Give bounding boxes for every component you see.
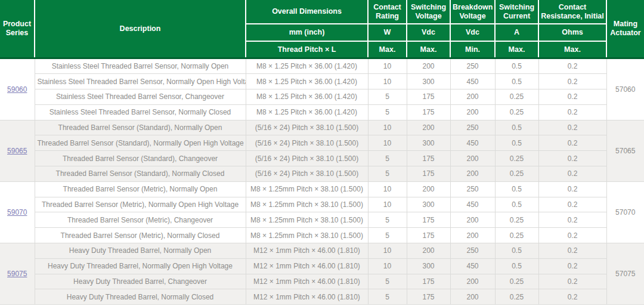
mating-actuator-cell: 57060	[606, 58, 644, 120]
switching-current-cell: 0.5	[495, 120, 538, 135]
breakdown-voltage-cell: 450	[450, 258, 495, 274]
switching-current-cell: 0.25	[495, 151, 538, 166]
breakdown-voltage-cell: 200	[450, 104, 495, 120]
product-series-cell: 59065	[0, 120, 35, 181]
table-row: Stainless Steel Threaded Barrel Sensor, …	[0, 89, 644, 105]
dimensions-cell: M12 × 1mm Pitch × 46.00 (1.810)	[246, 289, 368, 305]
dimensions-cell: M8 × 1.25mm Pitch × 38.10 (1.500)	[246, 197, 368, 212]
product-series-link[interactable]: 59075	[7, 270, 27, 278]
breakdown-voltage-cell: 200	[450, 151, 495, 166]
mating-actuator-cell: 57065	[606, 120, 644, 181]
table-row: 59070Threaded Barrel Sensor (Metric), No…	[0, 181, 644, 197]
description-cell: Threaded Barrel Sensor (Metric), Changeo…	[35, 212, 246, 228]
switching-voltage-cell: 175	[407, 212, 450, 228]
description-cell: Stainless Steel Threaded Barrel Sensor, …	[35, 74, 246, 89]
contact-rating-cell: 5	[368, 151, 407, 166]
contact-resistance-cell: 0.2	[538, 212, 606, 228]
breakdown-voltage-cell: 450	[450, 135, 495, 151]
contact-rating-cell: 10	[368, 74, 407, 89]
switching-voltage-cell: 200	[407, 181, 450, 197]
table-header: Product Series Description Overall Dimen…	[0, 0, 644, 58]
dimensions-cell: M8 × 1.25 Pitch × 36.00 (1.420)	[246, 74, 368, 89]
breakdown-voltage-cell: 250	[450, 120, 495, 135]
limit-switching-voltage: Max.	[407, 41, 450, 58]
dimensions-cell: M12 × 1mm Pitch × 46.00 (1.810)	[246, 258, 368, 274]
switching-current-cell: 0.5	[495, 181, 538, 197]
switching-current-cell: 0.5	[495, 243, 538, 259]
description-cell: Threaded Barrel Sensor (Metric), Normall…	[35, 181, 246, 197]
contact-rating-cell: 5	[368, 212, 407, 228]
description-cell: Heavy Duty Threaded Barrel, Normally Clo…	[35, 289, 246, 305]
product-spec-table: Product Series Description Overall Dimen…	[0, 0, 644, 305]
contact-rating-cell: 10	[368, 135, 407, 151]
breakdown-voltage-cell: 200	[450, 89, 495, 105]
description-cell: Heavy Duty Threaded Barrel, Changeover	[35, 274, 246, 289]
product-series-link[interactable]: 59065	[7, 147, 27, 155]
description-cell: Threaded Barrel Sensor (Metric), Normall…	[35, 228, 246, 243]
switching-current-cell: 0.5	[495, 258, 538, 274]
switching-voltage-cell: 175	[407, 166, 450, 182]
product-series-cell: 59070	[0, 181, 35, 243]
contact-rating-cell: 5	[368, 166, 407, 182]
product-series-cell: 59075	[0, 243, 35, 305]
mating-actuator-cell: 57075	[606, 243, 644, 305]
dimensions-cell: (5/16 × 24) Pitch × 38.10 (1.500)	[246, 120, 368, 135]
limit-switching-current: Max.	[495, 41, 538, 58]
table-row: 59060Stainless Steel Threaded Barrel Sen…	[0, 58, 644, 74]
contact-resistance-cell: 0.2	[538, 166, 606, 182]
dimensions-cell: (5/16 × 24) Pitch × 38.10 (1.500)	[246, 135, 368, 151]
col-header-product-series: Product Series	[0, 0, 35, 58]
dimensions-cell: M8 × 1.25 Pitch × 36.00 (1.420)	[246, 58, 368, 74]
dimensions-cell: M12 × 1mm Pitch × 46.00 (1.810)	[246, 274, 368, 289]
description-cell: Threaded Barrel Sensor (Standard), Norma…	[35, 120, 246, 135]
mating-actuator-cell: 57070	[606, 181, 644, 243]
description-cell: Threaded Barrel Sensor (Metric), Normall…	[35, 197, 246, 212]
contact-rating-cell: 5	[368, 289, 407, 305]
table-row: Heavy Duty Threaded Barrel, Normally Ope…	[0, 258, 644, 274]
switching-voltage-cell: 300	[407, 197, 450, 212]
breakdown-voltage-cell: 200	[450, 228, 495, 243]
switching-voltage-cell: 175	[407, 104, 450, 120]
contact-resistance-cell: 0.2	[538, 58, 606, 74]
switching-current-cell: 0.25	[495, 212, 538, 228]
description-cell: Threaded Barrel Sensor (Standard), Norma…	[35, 166, 246, 182]
switching-current-cell: 0.25	[495, 274, 538, 289]
col-header-switching-voltage: Switching Voltage	[407, 0, 450, 24]
breakdown-voltage-cell: 250	[450, 181, 495, 197]
product-series-link[interactable]: 59060	[7, 85, 27, 94]
breakdown-voltage-cell: 250	[450, 58, 495, 74]
unit-breakdown-voltage: Vdc	[450, 24, 495, 41]
col-header-mating-actuator: Mating Actuator	[606, 0, 644, 58]
contact-resistance-cell: 0.2	[538, 228, 606, 243]
unit-contact-resistance: Ohms	[538, 24, 606, 41]
dimensions-cell: M8 × 1.25mm Pitch × 38.10 (1.500)	[246, 181, 368, 197]
col-header-overall-dimensions: Overall Dimensions	[246, 0, 368, 24]
contact-rating-cell: 10	[368, 181, 407, 197]
switching-current-cell: 0.25	[495, 289, 538, 305]
breakdown-voltage-cell: 200	[450, 274, 495, 289]
limit-dimensions: Thread Pitch × L	[246, 41, 368, 58]
contact-rating-cell: 5	[368, 228, 407, 243]
contact-resistance-cell: 0.2	[538, 181, 606, 197]
switching-voltage-cell: 200	[407, 243, 450, 259]
description-cell: Heavy Duty Threaded Barrel, Normally Ope…	[35, 258, 246, 274]
switching-current-cell: 0.25	[495, 89, 538, 105]
col-header-contact-rating: Contact Rating	[368, 0, 407, 24]
product-series-link[interactable]: 59070	[7, 208, 27, 217]
product-series-cell: 59060	[0, 58, 35, 120]
switching-current-cell: 0.25	[495, 104, 538, 120]
switching-current-cell: 0.5	[495, 135, 538, 151]
switching-voltage-cell: 200	[407, 58, 450, 74]
contact-resistance-cell: 0.2	[538, 243, 606, 259]
dimensions-cell: M8 × 1.25 Pitch × 36.00 (1.420)	[246, 89, 368, 105]
switching-current-cell: 0.25	[495, 228, 538, 243]
dimensions-cell: M8 × 1.25 Pitch × 36.00 (1.420)	[246, 104, 368, 120]
limit-contact-resistance: Max.	[538, 41, 606, 58]
dimensions-cell: (5/16 × 24) Pitch × 38.10 (1.500)	[246, 166, 368, 182]
col-header-contact-resistance: Contact Resistance, Initial	[538, 0, 606, 24]
switching-voltage-cell: 300	[407, 135, 450, 151]
switching-current-cell: 0.5	[495, 197, 538, 212]
contact-resistance-cell: 0.2	[538, 151, 606, 166]
switching-voltage-cell: 200	[407, 120, 450, 135]
contact-resistance-cell: 0.2	[538, 274, 606, 289]
